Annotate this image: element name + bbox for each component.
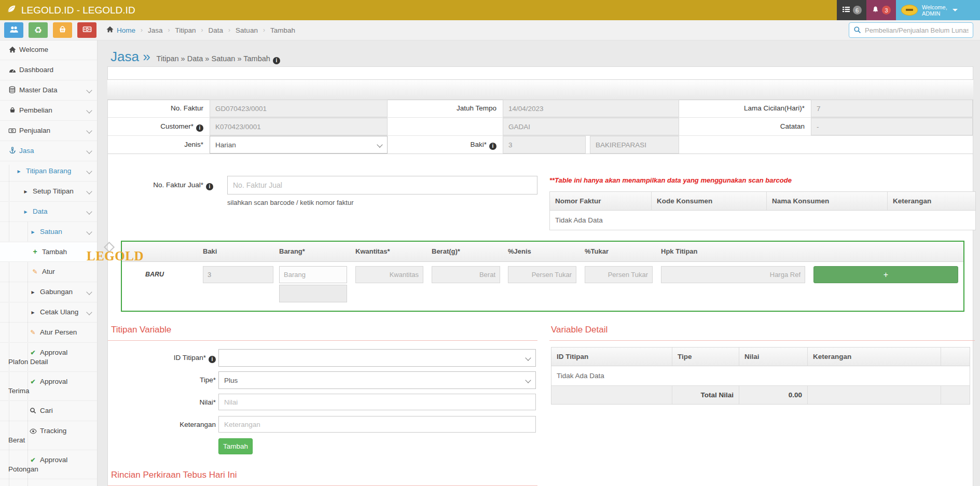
notifications-menu[interactable]: 3 (866, 0, 896, 20)
barang-autocomplete-dropdown[interactable] (279, 285, 347, 302)
sidebar-item-pembelian[interactable]: Pembelian (0, 101, 97, 121)
barcode-note: **Table ini hanya akan menampilkan data … (549, 176, 792, 184)
item-table-header: Baki Barang* Kwantitas* Berat(g)* %Jenis… (122, 242, 963, 262)
info-icon[interactable] (196, 124, 203, 132)
sidebar-item-satuan[interactable]: ▸Satuan (0, 222, 97, 242)
caret-right-icon: ▸ (22, 207, 30, 216)
chevron-down-icon (86, 107, 92, 113)
sidebar-item-jasa[interactable]: Jasa (0, 141, 97, 161)
recycle-quick-button[interactable]: ♻ (29, 22, 48, 38)
sidebar-item-welcome[interactable]: Welcome (0, 40, 97, 60)
total-nilai-value: 0.00 (739, 386, 807, 404)
user-greeting: Welcome, (922, 4, 947, 10)
sidebar-item-data[interactable]: ▸Data (0, 202, 97, 222)
tambah-button[interactable]: Tambah (218, 438, 253, 454)
sidebar-item-cetak-ulang[interactable]: ▸Cetak Ulang (0, 302, 97, 323)
customer-input (210, 118, 388, 135)
breadcrumb-item-titipan: Titipan (175, 26, 196, 34)
user-menu[interactable]: Welcome, ADMIN (896, 0, 980, 20)
pencil-icon: ✎ (29, 328, 37, 337)
customers-quick-button[interactable] (4, 22, 23, 38)
empty-label (388, 118, 503, 135)
column-header: Baki (203, 247, 217, 255)
sidebar-item-penjualan[interactable]: Penjualan (0, 121, 97, 141)
column-header: Barang* (279, 247, 305, 255)
jenis-select[interactable]: Harian (210, 136, 388, 154)
barang-input[interactable] (279, 266, 347, 283)
plus-icon: + (31, 247, 39, 256)
baki-name-input (590, 136, 679, 154)
nilai-input[interactable] (218, 394, 536, 410)
users-icon (9, 25, 19, 35)
chevron-down-icon (86, 148, 92, 154)
money-quick-button[interactable] (77, 22, 96, 38)
tipe-label: Tipe* (108, 371, 216, 389)
caret-right-icon: ▸ (22, 187, 30, 196)
breadcrumb-home-link[interactable]: Home (106, 26, 135, 34)
sidebar-item-master-data[interactable]: Master Data (0, 80, 97, 101)
keterangan-input[interactable] (218, 416, 536, 433)
section-divider (549, 340, 975, 341)
hpk-titipan-input (661, 266, 805, 283)
column-header: Nilai (739, 348, 807, 366)
variable-detail-table: ID Titipan Tipe Nilai Keterangan Tidak A… (551, 347, 970, 405)
quick-buttons: ♻ (4, 22, 96, 38)
faktur-jual-input[interactable] (227, 176, 537, 195)
column-header: Keterangan (887, 192, 975, 210)
info-icon[interactable] (273, 57, 280, 64)
check-icon: ✔ (29, 456, 37, 465)
money-icon (8, 127, 16, 135)
info-icon[interactable] (209, 356, 216, 363)
sidebar-item-approval-terima[interactable]: ✔Approval Terima (0, 372, 97, 401)
sidebar-item-tambah[interactable]: +Tambah (0, 242, 97, 262)
breadcrumb-item-satuan: Satuan (236, 26, 258, 34)
lama-cicilan-input (811, 100, 973, 117)
titipan-variable-title: Titipan Variable (111, 325, 171, 335)
breadcrumb-item-data: Data (209, 26, 224, 34)
leaf-icon (6, 4, 17, 17)
info-icon[interactable] (206, 183, 213, 190)
column-header: Kwantitas* (355, 247, 390, 255)
sidebar-item-gabungan[interactable]: ▸Gabungan (0, 282, 97, 302)
messages-badge: 6 (853, 6, 862, 15)
sidebar-item-tebus[interactable]: ↩Tebus (0, 479, 97, 486)
search-input[interactable] (849, 22, 973, 38)
sidebar-item-atur-persen[interactable]: ✎Atur Persen (0, 323, 97, 343)
add-item-button[interactable]: + (813, 266, 958, 283)
sidebar-item-titipan-barang[interactable]: ▸Titipan Barang (0, 161, 97, 182)
sidebar-item-cari[interactable]: Cari (0, 401, 97, 421)
sidebar-item-approval-potongan[interactable]: ✔Approval Potongan (0, 450, 97, 479)
breadcrumb-separator (228, 26, 230, 34)
list-icon (842, 5, 850, 15)
brand[interactable]: LEGOLD.ID - LEGOLD.ID (6, 0, 135, 20)
chevron-down-icon (86, 309, 92, 315)
caret-right-icon: ▸ (29, 288, 37, 297)
content-card: No. Faktur Jatuh Tempo Lama Cicilan(Hari… (107, 66, 973, 486)
chevron-down-icon (86, 209, 92, 214)
column-header: Kode Konsumen (651, 192, 766, 210)
barcode-table: Nomor Faktur Kode Konsumen Nama Konsumen… (549, 191, 976, 230)
column-header: Keterangan (807, 348, 941, 366)
info-icon[interactable] (489, 143, 496, 150)
sidebar-item-setup-titipan[interactable]: ▸Setup Titipan (0, 182, 97, 202)
lama-cicilan-label: Lama Cicilan(Hari)* (679, 100, 811, 117)
column-header: Nomor Faktur (550, 192, 651, 210)
breadcrumb-separator (168, 26, 170, 34)
sidebar-item-approval-plafon-detail[interactable]: ✔Approval Plafon Detail (0, 343, 97, 372)
bell-icon (872, 6, 879, 15)
breadcrumb-item-jasa: Jasa (148, 26, 163, 34)
empty-row: Tidak Ada Data (550, 211, 975, 230)
tipe-select[interactable]: Plus (218, 371, 536, 389)
messages-menu[interactable]: 6 (837, 0, 866, 20)
database-icon (8, 86, 16, 95)
sidebar-item-dashboard[interactable]: Dashboard (0, 60, 97, 80)
faktur-jual-help: silahkan scan barcode / ketik nomor fakt… (227, 199, 354, 206)
basket-quick-button[interactable] (53, 22, 72, 38)
total-nilai-label: Total Nilai (672, 386, 739, 404)
search-icon (853, 26, 861, 35)
sidebar-item-atur[interactable]: ✎Atur (0, 262, 97, 282)
sidebar-item-tracking-berat[interactable]: Tracking Berat (0, 421, 97, 450)
id-titipan-select[interactable] (218, 349, 536, 367)
brand-title: LEGOLD.ID - LEGOLD.ID (21, 5, 135, 16)
jatuh-tempo-input (503, 100, 679, 117)
